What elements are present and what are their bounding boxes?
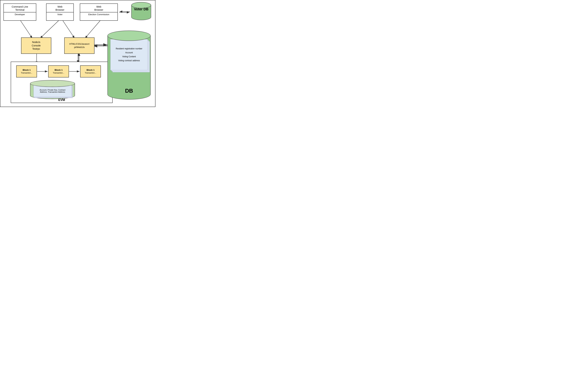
web-browser-ec-box: WebBrowser Election Commission bbox=[80, 3, 118, 21]
svg-line-2 bbox=[40, 20, 59, 38]
main-db-cylinder: Resident registration number Account Vot… bbox=[107, 31, 151, 100]
evm-card-text: Account, Private Key, ContractAddress, T… bbox=[40, 89, 65, 93]
db-card-line3: Voting Content bbox=[122, 55, 136, 59]
block1b-box: Block 1 Transaction... bbox=[48, 65, 69, 77]
web-browser-ec-subtitle: Election Commission bbox=[80, 12, 118, 17]
terminal-subtitle: Developer bbox=[4, 12, 36, 17]
evm-db-cylinder: Account, Private Key, ContractAddress, T… bbox=[30, 80, 75, 99]
voter-db-label: Voter DB bbox=[131, 7, 151, 11]
architecture-diagram: Command LineTerminal Developer WebBrowse… bbox=[0, 0, 155, 107]
web-browser-voter-title: WebBrowser bbox=[46, 4, 73, 12]
html-css-title: HTML/CSS/Javascript/Web3Js bbox=[69, 42, 89, 49]
terminal-title: Command LineTerminal bbox=[4, 4, 36, 12]
db-label: DB bbox=[108, 88, 150, 94]
db-card-line1: Resident registration number bbox=[116, 47, 142, 51]
nodejs-title: NodeJsConsoleTestrpc bbox=[32, 40, 41, 51]
db-card-line4: Voting contract address bbox=[118, 59, 140, 63]
evm-container: Block 1 Transaction... Block 1 Transacti… bbox=[11, 62, 113, 103]
svg-line-3 bbox=[62, 20, 75, 38]
web-browser-ec-title: WebBrowser bbox=[80, 4, 118, 12]
block1c-title: Block 1 bbox=[86, 69, 95, 72]
html-css-box: HTML/CSS/Javascript/Web3Js bbox=[64, 37, 95, 54]
svg-line-4 bbox=[85, 20, 101, 38]
web-browser-voter-box: WebBrowser Voter bbox=[46, 3, 74, 21]
block1b-subtitle: Transaction... bbox=[53, 72, 64, 74]
block1b-title: Block 1 bbox=[55, 69, 62, 72]
block1c-box: Block 1 Transaction... bbox=[80, 65, 101, 77]
block1c-subtitle: Transaction... bbox=[85, 72, 96, 74]
evm-label: EVM bbox=[11, 98, 112, 102]
web-browser-voter-subtitle: Voter bbox=[46, 12, 73, 17]
voter-db-cylinder: Voter DB bbox=[131, 2, 151, 20]
db-card-line2: Account bbox=[125, 51, 133, 55]
terminal-box: Command LineTerminal Developer bbox=[3, 3, 36, 21]
nodejs-box: NodeJsConsoleTestrpc bbox=[21, 37, 51, 54]
block1a-subtitle: Transaction... bbox=[21, 72, 32, 74]
block1a-title: Block 1 bbox=[23, 69, 31, 72]
svg-line-1 bbox=[20, 20, 32, 38]
block1a-box: Block 1 Transaction... bbox=[16, 65, 37, 77]
